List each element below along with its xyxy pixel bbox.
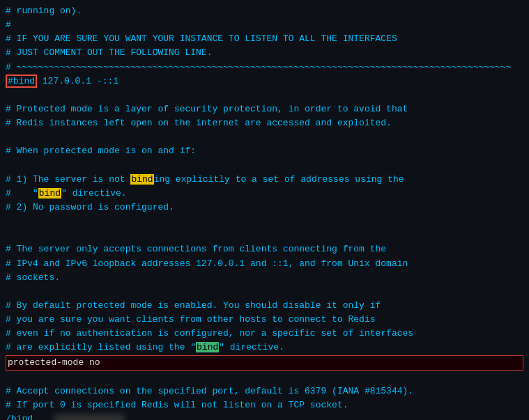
bind-keyword-red: #bind (6, 75, 37, 88)
line-protected-desc1: # Protected mode is a layer of security … (6, 102, 523, 116)
line-hash1: # (6, 18, 523, 32)
line-explicitly: # are explicitly listed using the "bind"… (6, 341, 523, 355)
line-default3: # even if no authentication is configure… (6, 327, 523, 341)
terminal: # running on). # # IF YOU ARE SURE YOU W… (0, 0, 529, 420)
line-item1: # 1) The server is not binding explicitl… (6, 173, 523, 187)
line-comment-out: # JUST COMMENT OUT THE FOLLOWING LINE. (6, 46, 523, 60)
line-bind-red: #bind 127.0.0.1 -::1 (6, 75, 523, 88)
line-blank5 (6, 228, 523, 242)
line-blank7 (6, 371, 523, 384)
protected-mode-value: protected-mode no (6, 355, 523, 371)
line-default2: # you are sure you want clients from oth… (6, 313, 523, 327)
line-blank2 (6, 130, 523, 144)
line-accepts1: # The server only accepts connections fr… (6, 242, 523, 256)
line-accept-port1: # Accept connections on the specified po… (6, 384, 523, 398)
bind-keyword-yellow2: bind (38, 188, 61, 199)
line-accepts2: # IPv4 and IPv6 loopback addresses 127.0… (6, 257, 523, 271)
line-ifwarning: # IF YOU ARE SURE YOU WANT YOUR INSTANCE… (6, 32, 523, 46)
line-protected-desc2: # Redis instances left open on the inter… (6, 116, 523, 130)
bind-keyword-green: bind (196, 342, 219, 352)
line-blank6 (6, 285, 523, 299)
blurred-area (54, 414, 124, 420)
line-running: # running on). (6, 4, 523, 18)
line-blank3 (6, 159, 523, 173)
line-blank1 (6, 88, 523, 102)
line-blank4 (6, 215, 523, 228)
line-default1: # By default protected mode is enabled. … (6, 299, 523, 313)
line-last-bind: /bind (6, 412, 523, 420)
line-item1b: # "bind" directive. (6, 187, 523, 201)
line-accept-port2: # If port 0 is specified Redis will not … (6, 398, 523, 412)
line-protected-mode: protected-mode no (6, 355, 523, 371)
bind-value: 127.0.0.1 -::1 (37, 76, 118, 86)
line-sockets: # sockets. (6, 271, 523, 285)
line-tilde: # ~~~~~~~~~~~~~~~~~~~~~~~~~~~~~~~~~~~~~~… (6, 61, 523, 75)
line-when: # When protected mode is on and if: (6, 144, 523, 158)
line-item2: # 2) No password is configured. (6, 201, 523, 215)
bind-keyword-yellow1: bind (130, 174, 153, 185)
